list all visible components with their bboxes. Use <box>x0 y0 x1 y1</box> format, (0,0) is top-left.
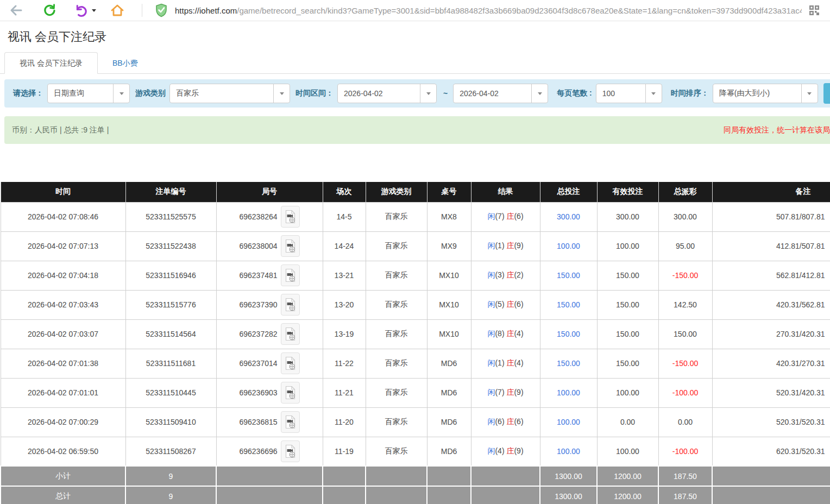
total-row-game-category <box>366 486 427 504</box>
cell-round-no: 696237390 <box>216 290 323 319</box>
video-record-icon[interactable] <box>281 294 300 316</box>
total-bet-link[interactable]: 100.00 <box>557 242 580 250</box>
video-record-icon[interactable] <box>281 411 300 433</box>
filter-bar: 请选择： 日期查询 游戏类别 百家乐 时间区间： 2026-04-02 ~ 20… <box>4 79 830 108</box>
undo-control[interactable] <box>72 2 96 18</box>
video-record-icon[interactable] <box>281 206 300 228</box>
result-banker-score: (4) <box>514 358 523 367</box>
video-record-icon[interactable] <box>281 264 300 286</box>
header-valid-bet: 有效投注 <box>597 182 658 202</box>
cell-session: 13-21 <box>323 261 366 290</box>
cell-valid-bet: 300.00 <box>597 202 658 231</box>
chevron-down-icon[interactable] <box>113 84 129 103</box>
round-number: 696237481 <box>239 271 277 280</box>
time-range-label: 时间区间： <box>295 89 334 98</box>
result-banker-label: 庄 <box>506 241 514 250</box>
round-number: 696236903 <box>239 388 277 397</box>
cell-bet-no: 523311525575 <box>125 202 216 231</box>
game-type-select[interactable]: 百家乐 <box>169 84 290 103</box>
result-banker-label: 庄 <box>506 329 514 338</box>
chevron-down-icon[interactable] <box>645 84 662 103</box>
cell-result: 闲(1) 庄(4) <box>471 349 540 378</box>
cell-game-category: 百家乐 <box>366 407 427 437</box>
result-banker-label: 庄 <box>506 388 514 396</box>
cell-bet-no: 523311514564 <box>125 319 216 349</box>
refresh-icon[interactable] <box>40 2 59 18</box>
chevron-down-icon[interactable] <box>273 84 290 103</box>
page-size-select[interactable]: 100 <box>596 84 662 103</box>
cell-result: 闲(1) 庄(9) <box>471 231 540 261</box>
total-bet-link[interactable]: 100.00 <box>557 388 580 397</box>
video-record-icon[interactable] <box>281 235 300 257</box>
total-row-valid-bet: 1200.00 <box>597 486 658 504</box>
header-remark: 备注 <box>712 182 830 202</box>
result-player-score: (8) <box>495 329 506 338</box>
result-player-score: (1) <box>495 358 506 367</box>
cell-total-bet: 150.00 <box>540 261 597 290</box>
cell-round-no: 696238264 <box>216 202 323 231</box>
cell-round-no: 696238004 <box>216 231 323 261</box>
round-number: 696237390 <box>239 300 277 309</box>
cell-time: 2026-04-02 07:01:38 <box>1 349 125 378</box>
cell-total-payout: 95.00 <box>658 231 712 261</box>
chevron-down-icon[interactable] <box>420 84 436 103</box>
home-icon[interactable] <box>108 2 127 18</box>
result-player-score: (7) <box>495 212 506 220</box>
header-bet-no: 注单编号 <box>125 182 216 202</box>
chevron-down-icon[interactable] <box>531 84 548 103</box>
cell-session: 11-22 <box>323 349 366 378</box>
tab-bet-records[interactable]: 视讯 会员下注纪录 <box>4 52 98 74</box>
subtotal-row-game-category <box>366 466 427 486</box>
undo-icon[interactable] <box>72 2 90 18</box>
total-bet-link[interactable]: 100.00 <box>557 447 580 456</box>
cell-session: 11-20 <box>323 407 366 437</box>
cell-result: 闲(6) 庄(6) <box>471 407 540 437</box>
total-row-total-payout: 187.50 <box>658 486 712 504</box>
total-bet-link[interactable]: 150.00 <box>557 330 580 338</box>
video-record-icon[interactable] <box>281 440 300 462</box>
query-mode-select[interactable]: 日期查询 <box>47 84 130 103</box>
date-to-select[interactable]: 2026-04-02 <box>453 84 548 103</box>
qr-code-icon[interactable] <box>805 2 823 18</box>
header-session: 场次 <box>323 182 366 202</box>
cell-game-category: 百家乐 <box>366 202 427 231</box>
total-bet-link[interactable]: 100.00 <box>557 418 580 426</box>
table-row: 2026-04-02 07:04:18523311516946696237481… <box>1 261 830 290</box>
video-record-icon[interactable] <box>281 352 300 374</box>
total-row-remark <box>712 486 830 504</box>
total-row-session <box>323 486 366 504</box>
date-from-select[interactable]: 2026-04-02 <box>337 84 437 103</box>
tab-bb-tips[interactable]: BB小费 <box>98 53 153 73</box>
total-bet-link[interactable]: 150.00 <box>557 300 580 309</box>
chevron-down-icon[interactable] <box>801 84 818 103</box>
total-row: 总计91300.001200.00187.50 <box>1 486 830 504</box>
back-icon[interactable] <box>7 2 25 18</box>
sort-select[interactable]: 降幂(由大到小) <box>713 84 818 103</box>
result-banker-score: (9) <box>514 446 523 455</box>
cell-table-no: MX8 <box>427 202 471 231</box>
url-bar[interactable]: https://iohetf.com/game/betrecord_search… <box>175 6 802 15</box>
cell-remark: 507.81/807.81 <box>712 202 830 231</box>
total-bet-link[interactable]: 150.00 <box>557 271 580 280</box>
cell-valid-bet: 150.00 <box>597 261 658 290</box>
cell-total-payout: -100.00 <box>658 437 712 466</box>
search-button-clipped[interactable] <box>823 83 830 104</box>
cell-remark: 620.31/520.31 <box>712 437 830 466</box>
cell-remark: 270.31/420.31 <box>712 319 830 349</box>
result-player-label: 闲 <box>487 446 495 455</box>
total-bet-link[interactable]: 300.00 <box>557 212 580 221</box>
total-row-bet-no: 9 <box>125 486 216 504</box>
security-shield-icon[interactable] <box>152 2 171 18</box>
sort-value: 降幂(由大到小) <box>713 84 801 103</box>
result-player-score: (3) <box>495 270 506 279</box>
total-bet-link[interactable]: 150.00 <box>557 359 580 368</box>
subtotal-row-valid-bet: 1200.00 <box>597 466 658 486</box>
video-record-icon[interactable] <box>281 382 300 404</box>
round-number: 696237014 <box>239 359 277 368</box>
table-row: 2026-04-02 07:03:07523311514564696237282… <box>1 319 830 349</box>
undo-dropdown-caret[interactable] <box>92 9 96 12</box>
cell-bet-no: 523311509410 <box>125 407 216 437</box>
subtotal-row-table-no <box>427 466 471 486</box>
header-total-bet: 总投注 <box>540 182 597 202</box>
video-record-icon[interactable] <box>281 323 300 345</box>
